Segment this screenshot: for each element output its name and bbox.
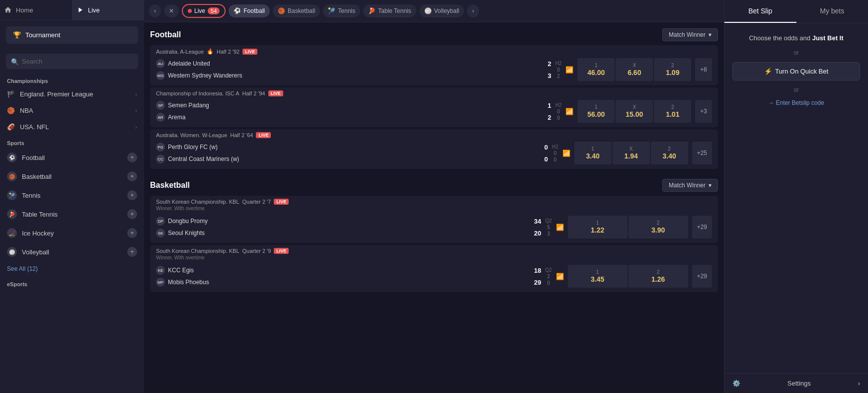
quick-bet-button[interactable]: ⚡ Turn On Quick Bet (732, 62, 860, 80)
away-team-name-3: Central Coast Mariners (w) (168, 156, 239, 162)
odd-btn-2-away[interactable]: 2 1.01 (654, 100, 691, 123)
odd-label-3-1: 1 (591, 146, 594, 152)
football-add-btn[interactable]: + (127, 153, 137, 162)
match-body-4: DP Dongbu Promy 34 SK Seoul Knights 20 Q… (150, 212, 718, 243)
odd-value-3-2: 3.40 (663, 152, 676, 160)
home-score-5: 18 (534, 267, 541, 274)
see-all-link[interactable]: See All (12) (0, 261, 144, 276)
sidebar-item-ice-hockey[interactable]: 🏒 Ice Hockey + (0, 224, 144, 242)
team-row-home-1: AU Adelaide United 2 (156, 58, 552, 70)
seoul-logo: SK (156, 229, 165, 237)
enter-code-link[interactable]: Enter Betslip code (768, 99, 824, 106)
more-btn-5[interactable]: +29 (692, 265, 712, 288)
sidebar-item-live[interactable]: Live (72, 0, 144, 20)
teams-col-2: SP Semen Padang 1 AR Arema 2 (156, 99, 552, 123)
dongbu-logo: DP (156, 217, 165, 226)
period-label-5: Q2 (545, 267, 552, 273)
tab-table-tennis[interactable]: 🏓 Table Tennis (363, 4, 416, 17)
basketball-header: Basketball Match Winner ▾ (150, 179, 718, 192)
live-dot (188, 9, 192, 13)
odd-btn-1-draw[interactable]: X 6.60 (616, 58, 653, 81)
table-tennis-nav-label: Table Tennis (378, 7, 411, 14)
sidebar-item-basketball[interactable]: 🏀 Basketball + (0, 167, 144, 186)
tennis-add-btn[interactable]: + (127, 190, 137, 200)
settings-row[interactable]: ⚙️ Settings › (724, 373, 868, 393)
sidebar-item-nfl[interactable]: 🏈 USA. NFL › (0, 119, 144, 135)
tournament-label: Tournament (25, 31, 60, 39)
tournament-button[interactable]: 🏆 Tournament (6, 26, 138, 44)
odd-btn-4-home[interactable]: 1 1.22 (568, 216, 628, 238)
sidebar-item-tennis[interactable]: 🎾 Tennis + (0, 186, 144, 205)
match-time-4: Quarter 2 '7 (242, 199, 271, 205)
tab-tennis[interactable]: 🎾 Tennis (323, 4, 360, 17)
teams-col-3: PG Perth Glory FC (w) 0 CC Central Coast… (156, 141, 548, 165)
odd-label-4-2: 2 (657, 220, 660, 226)
tab-bet-slip[interactable]: Bet Slip (724, 0, 796, 23)
odd-btn-1-home[interactable]: 1 46.00 (577, 58, 615, 81)
away-team-name-5: Mobis Phoebus (168, 279, 209, 286)
more-btn-3[interactable]: +25 (692, 142, 712, 164)
odd-btn-3-draw[interactable]: X 1.94 (613, 142, 650, 164)
adelaide-logo: AU (156, 59, 165, 68)
odd-btn-5-away[interactable]: 2 1.26 (629, 265, 688, 288)
prev-btn[interactable]: ‹ (149, 4, 161, 17)
tab-football[interactable]: ⚽ Football (229, 4, 270, 17)
basketball-add-btn[interactable]: + (127, 171, 137, 181)
stream-icon-5: 📶 (556, 273, 564, 280)
sidebar-item-premier-league[interactable]: 🏴 England. Premier League › (0, 86, 144, 102)
odd-value-1-1: 46.00 (587, 69, 605, 77)
odd-label-2-x: X (632, 104, 636, 110)
odd-btn-3-home[interactable]: 1 3.40 (574, 142, 612, 164)
volleyball-nav-icon: 🏐 (424, 7, 432, 14)
odd-btn-1-away[interactable]: 2 1.09 (654, 58, 691, 81)
table-tennis-add-btn[interactable]: + (127, 209, 137, 219)
sidebar-item-football[interactable]: ⚽ Football + (0, 148, 144, 167)
close-btn[interactable]: ✕ (164, 4, 179, 17)
away-score-4: 20 (534, 230, 541, 237)
football-section: Football Match Winner ▾ Australia. A-Lea… (150, 28, 718, 169)
score-col-1: H2 0 2 (555, 61, 562, 79)
league-name-5: South Korean Championship. KBL (156, 248, 239, 254)
period-away-score-1: 2 (557, 74, 560, 79)
match-body-2: SP Semen Padang 1 AR Arema 2 H2 0 (150, 96, 718, 127)
tab-volleyball[interactable]: 🏐 Volleyball (419, 4, 465, 17)
sidebar-item-volleyball[interactable]: 🏐 Volleyball + (0, 242, 144, 261)
content-area: Football Match Winner ▾ Australia. A-Lea… (144, 22, 724, 393)
sidebar-item-home[interactable]: Home (0, 0, 72, 20)
odd-btn-4-away[interactable]: 2 3.90 (629, 216, 688, 238)
live-count: 54 (208, 7, 220, 14)
more-btn-4[interactable]: +29 (692, 216, 712, 238)
live-badge-4: LIVE (274, 199, 289, 205)
basketball-section-title: Basketball (150, 181, 190, 190)
period-away-2: 0 (557, 115, 560, 121)
live-icon (76, 6, 84, 14)
basketball-nav-icon: 🏀 (278, 7, 285, 14)
ice-hockey-add-btn[interactable]: + (127, 228, 137, 238)
more-btn-1[interactable]: +8 (695, 58, 712, 81)
odds-type-5: Winner. With overtime (150, 254, 718, 261)
odd-btn-2-home[interactable]: 1 56.00 (577, 100, 615, 123)
live-label-nav: Live (194, 7, 205, 14)
period-label-3: H2 (552, 144, 558, 150)
period-home-5: 2 (547, 274, 550, 279)
teams-col-5: KE KCC Egis 18 MP Mobis Phoebus 29 (156, 264, 541, 288)
sidebar-item-table-tennis[interactable]: 🏓 Table Tennis + (0, 205, 144, 224)
search-input[interactable] (6, 54, 138, 69)
basketball-market-dropdown[interactable]: Match Winner ▾ (662, 179, 718, 192)
next-btn[interactable]: › (467, 4, 479, 17)
more-btn-2[interactable]: +3 (695, 100, 712, 123)
bet-slip-content: Choose the odds and Just Bet It or ⚡ Tur… (724, 23, 868, 116)
live-filter-btn[interactable]: Live 54 (182, 4, 226, 18)
match-card-kcc: South Korean Championship. KBL Quarter 2… (150, 245, 718, 292)
tab-basketball[interactable]: 🏀 Basketball (273, 4, 320, 17)
home-team-name-1: Adelaide United (168, 60, 210, 67)
football-market-dropdown[interactable]: Match Winner ▾ (662, 28, 718, 41)
odd-btn-2-draw[interactable]: X 15.00 (616, 100, 653, 123)
lightning-icon: ⚡ (764, 68, 772, 75)
tab-my-bets[interactable]: My bets (796, 0, 868, 23)
sidebar-item-nba[interactable]: 🏀 NBA › (0, 102, 144, 119)
odd-label-4-1: 1 (596, 220, 599, 226)
odd-btn-5-home[interactable]: 1 3.45 (568, 265, 628, 288)
volleyball-add-btn[interactable]: + (127, 247, 137, 257)
odd-btn-3-away[interactable]: 2 3.40 (651, 142, 688, 164)
